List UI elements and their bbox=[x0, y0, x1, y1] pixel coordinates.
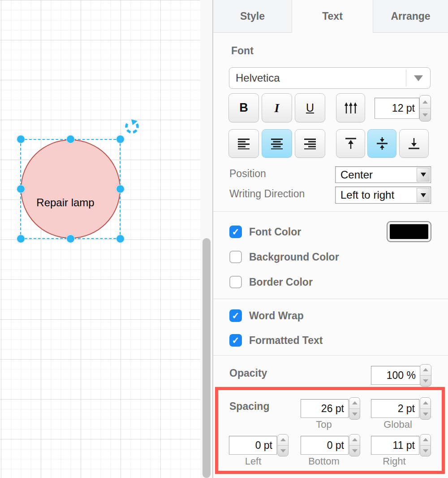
valign-top-button[interactable] bbox=[336, 129, 365, 158]
stepper-up-icon[interactable] bbox=[352, 401, 358, 404]
writing-direction-value: Left to right bbox=[340, 189, 394, 201]
tab-text[interactable]: Text bbox=[292, 0, 373, 33]
vertical-text-button[interactable] bbox=[336, 93, 365, 122]
font-size-stepper[interactable] bbox=[419, 95, 431, 122]
font-family-select[interactable]: Helvetica bbox=[229, 67, 431, 89]
font-family-dropdown-button[interactable] bbox=[406, 70, 430, 87]
align-right-icon bbox=[303, 138, 317, 149]
position-dropdown-button[interactable] bbox=[417, 168, 430, 182]
selection-outline bbox=[20, 139, 121, 239]
spacing-left-value: 0 pt bbox=[255, 439, 272, 452]
spacing-right-stepper[interactable] bbox=[420, 434, 431, 456]
stepper-down-icon[interactable] bbox=[423, 413, 428, 416]
section-divider bbox=[213, 355, 448, 356]
format-tabs: Style Text Arrange bbox=[213, 0, 448, 33]
stepper-down-icon[interactable] bbox=[352, 449, 358, 452]
spacing-label: Spacing bbox=[229, 400, 269, 413]
spacing-global-value: 2 pt bbox=[398, 403, 415, 415]
diagram-canvas[interactable]: Repair lamp bbox=[0, 0, 212, 478]
opacity-input[interactable]: 100 % bbox=[371, 366, 420, 385]
resize-handle-mid-right[interactable] bbox=[116, 185, 125, 193]
spacing-top-input[interactable]: 26 pt bbox=[301, 399, 349, 418]
opacity-value: 100 % bbox=[387, 369, 416, 382]
valign-middle-button[interactable] bbox=[367, 129, 396, 158]
word-wrap-checkbox[interactable]: ✓ bbox=[229, 309, 242, 322]
tab-style[interactable]: Style bbox=[213, 0, 292, 33]
stepper-up-icon[interactable] bbox=[423, 401, 428, 404]
spacing-right-value: 11 pt bbox=[393, 439, 415, 452]
stepper-up-icon[interactable] bbox=[352, 438, 358, 441]
check-icon: ✓ bbox=[232, 226, 240, 237]
spacing-bottom-input[interactable]: 0 pt bbox=[301, 436, 349, 455]
stepper-down-icon[interactable] bbox=[423, 449, 428, 452]
background-color-label: Background Color bbox=[249, 251, 339, 263]
resize-handle-top-center[interactable] bbox=[66, 135, 75, 143]
stepper-down-icon[interactable] bbox=[423, 379, 428, 382]
vertical-scrollbar[interactable] bbox=[202, 238, 211, 478]
stepper-up-icon[interactable] bbox=[423, 438, 428, 441]
position-select[interactable]: Center bbox=[335, 166, 431, 183]
stepper-up-icon[interactable] bbox=[422, 100, 428, 104]
stepper-down-icon[interactable] bbox=[280, 449, 286, 452]
chevron-down-icon bbox=[421, 193, 426, 197]
stepper-down-icon[interactable] bbox=[352, 413, 358, 416]
background-color-checkbox[interactable] bbox=[229, 251, 242, 263]
align-center-icon bbox=[270, 138, 284, 149]
format-panel: Style Text Arrange Font Helvetica B I U bbox=[212, 0, 448, 478]
opacity-stepper[interactable] bbox=[420, 364, 431, 387]
formatted-text-checkbox[interactable]: ✓ bbox=[229, 334, 242, 347]
word-wrap-label: Word Wrap bbox=[249, 310, 304, 322]
spacing-bottom-caption: Bottom bbox=[302, 456, 346, 467]
canvas-grid[interactable] bbox=[0, 0, 200, 478]
font-size-value: 12 pt bbox=[392, 102, 415, 114]
border-color-label: Border Color bbox=[249, 276, 313, 288]
font-color-swatch-button[interactable] bbox=[387, 221, 431, 242]
stepper-up-icon[interactable] bbox=[280, 438, 286, 441]
spacing-top-stepper[interactable] bbox=[349, 397, 360, 420]
spacing-global-input[interactable]: 2 pt bbox=[371, 399, 419, 418]
bold-button[interactable]: B bbox=[228, 93, 259, 122]
italic-icon: I bbox=[275, 101, 280, 115]
check-icon: ✓ bbox=[232, 310, 240, 321]
chevron-down-icon bbox=[421, 173, 426, 177]
chevron-down-icon bbox=[414, 75, 423, 81]
font-section-heading: Font bbox=[231, 45, 254, 57]
align-right-button[interactable] bbox=[295, 129, 325, 158]
writing-direction-dropdown-button[interactable] bbox=[417, 188, 430, 202]
stepper-up-icon[interactable] bbox=[423, 368, 428, 371]
italic-button[interactable]: I bbox=[262, 93, 292, 122]
rotate-handle-icon[interactable] bbox=[124, 119, 139, 135]
resize-handle-bottom-right[interactable] bbox=[116, 235, 125, 243]
valign-middle-icon bbox=[375, 137, 389, 150]
writing-direction-select[interactable]: Left to right bbox=[335, 187, 431, 204]
spacing-left-input[interactable]: 0 pt bbox=[229, 436, 277, 455]
spacing-top-value: 26 pt bbox=[321, 403, 344, 415]
underline-icon: U bbox=[306, 101, 314, 114]
position-value: Center bbox=[340, 169, 373, 181]
border-color-checkbox[interactable] bbox=[229, 276, 242, 288]
writing-direction-label: Writing Direction bbox=[229, 188, 305, 200]
spacing-global-stepper[interactable] bbox=[420, 397, 431, 420]
stepper-down-icon[interactable] bbox=[422, 113, 428, 117]
spacing-left-caption: Left bbox=[231, 456, 276, 467]
spacing-top-caption: Top bbox=[302, 419, 346, 430]
check-icon: ✓ bbox=[232, 335, 240, 346]
resize-handle-bottom-left[interactable] bbox=[17, 235, 25, 243]
underline-button[interactable]: U bbox=[295, 93, 325, 122]
align-left-button[interactable] bbox=[228, 129, 259, 158]
tab-arrange[interactable]: Arrange bbox=[373, 0, 448, 33]
resize-handle-bottom-center[interactable] bbox=[66, 235, 75, 243]
spacing-right-input[interactable]: 11 pt bbox=[371, 436, 419, 455]
resize-handle-top-left[interactable] bbox=[17, 135, 25, 143]
spacing-bottom-value: 0 pt bbox=[327, 439, 344, 452]
spacing-left-stepper[interactable] bbox=[277, 434, 289, 456]
valign-top-icon bbox=[344, 137, 358, 150]
valign-bottom-button[interactable] bbox=[399, 129, 429, 158]
position-label: Position bbox=[229, 168, 266, 180]
align-center-button[interactable] bbox=[262, 129, 292, 158]
font-color-checkbox[interactable]: ✓ bbox=[229, 226, 242, 238]
font-size-input[interactable]: 12 pt bbox=[375, 98, 419, 119]
resize-handle-top-right[interactable] bbox=[116, 135, 125, 143]
resize-handle-mid-left[interactable] bbox=[17, 185, 25, 193]
spacing-bottom-stepper[interactable] bbox=[349, 434, 360, 456]
